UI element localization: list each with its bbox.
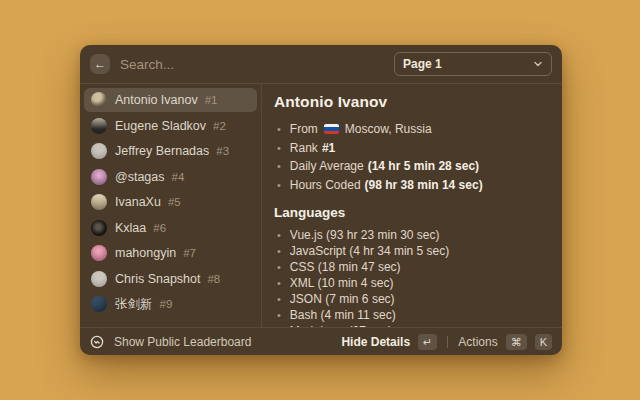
leaderboard-row[interactable]: Kxlaa #6 <box>84 216 257 240</box>
back-arrow-icon: ← <box>94 54 106 74</box>
stat-label: Hours Coded <box>290 178 361 192</box>
header: ← Page 1 <box>80 45 562 84</box>
user-rank: #8 <box>207 273 220 285</box>
stat-bold-value: (14 hr 5 min 28 sec) <box>368 159 479 173</box>
chevron-down-icon <box>533 59 543 69</box>
stat-label: Rank <box>290 141 318 155</box>
user-name: Eugene Sladkov <box>115 119 206 133</box>
stat-bold-value: #1 <box>322 141 335 155</box>
footer: Show Public Leaderboard Hide Details ↵ A… <box>80 327 562 355</box>
detail-panel: Antonio Ivanov From Moscow, Russia Rank … <box>262 84 562 327</box>
main-area: Antonio Ivanov #1 Eugene Sladkov #2 Jeff… <box>80 84 562 327</box>
user-name: @stagas <box>115 170 165 184</box>
avatar <box>91 143 107 159</box>
languages-list: Vue.js (93 hr 23 min 30 sec) JavaScript … <box>274 227 550 327</box>
user-name: Antonio Ivanov <box>115 93 198 107</box>
avatar <box>91 220 107 236</box>
user-rank: #9 <box>160 298 173 310</box>
language-item: Bash (4 min 11 sec) <box>274 307 550 323</box>
user-rank: #3 <box>216 145 229 157</box>
hide-details-button[interactable]: Hide Details <box>341 335 410 349</box>
app-window: ← Page 1 Antonio Ivanov #1 Eugene Sladko… <box>80 45 562 355</box>
language-item: CSS (18 min 47 sec) <box>274 259 550 275</box>
user-rank: #6 <box>153 222 166 234</box>
language-item: Vue.js (93 hr 23 min 30 sec) <box>274 227 550 243</box>
stat-item: Rank #1 <box>274 139 550 158</box>
language-text: XML (10 min 4 sec) <box>290 276 394 290</box>
leaderboard-row[interactable]: Chris Snapshot #8 <box>84 267 257 291</box>
avatar <box>91 296 107 312</box>
user-rank: #7 <box>183 247 196 259</box>
page-dropdown[interactable]: Page 1 <box>394 52 552 76</box>
stat-item: From Moscow, Russia <box>274 120 550 139</box>
language-text: CSS (18 min 47 sec) <box>290 260 401 274</box>
leaderboard-row[interactable]: mahongyin #7 <box>84 241 257 265</box>
language-text: Bash (4 min 11 sec) <box>290 308 396 322</box>
user-name: IvanaXu <box>115 195 161 209</box>
stat-bold-value: (98 hr 38 min 14 sec) <box>365 178 483 192</box>
leaderboard-row[interactable]: Antonio Ivanov #1 <box>84 88 257 112</box>
avatar <box>91 194 107 210</box>
languages-heading: Languages <box>274 205 550 220</box>
leaderboard-row[interactable]: Eugene Sladkov #2 <box>84 114 257 138</box>
page-dropdown-value: Page 1 <box>403 57 442 71</box>
avatar <box>91 169 107 185</box>
footer-divider <box>447 336 448 348</box>
stat-plain-value: Moscow, Russia <box>345 122 432 136</box>
avatar <box>91 92 107 108</box>
cmd-key-badge: ⌘ <box>506 334 527 350</box>
stat-item: Hours Coded (98 hr 38 min 14 sec) <box>274 176 550 195</box>
leaderboard-list: Antonio Ivanov #1 Eugene Sladkov #2 Jeff… <box>80 84 262 327</box>
user-name: mahongyin <box>115 246 176 260</box>
stat-label: Daily Average <box>290 159 364 173</box>
language-text: JavaScript (4 hr 34 min 5 sec) <box>290 244 449 258</box>
leaderboard-row[interactable]: Jeffrey Bernadas #3 <box>84 139 257 163</box>
user-name: 张剑新 <box>115 296 153 313</box>
stats-list: From Moscow, Russia Rank #1 Daily Averag… <box>274 120 550 194</box>
user-name: Jeffrey Bernadas <box>115 144 209 158</box>
user-rank: #4 <box>172 171 185 183</box>
wakatime-clock-icon <box>90 335 104 349</box>
language-text: Vue.js (93 hr 23 min 30 sec) <box>290 228 440 242</box>
avatar <box>91 271 107 287</box>
language-item: JSON (7 min 6 sec) <box>274 291 550 307</box>
actions-button[interactable]: Actions <box>458 335 497 349</box>
avatar <box>91 118 107 134</box>
search-input[interactable] <box>120 57 384 72</box>
stat-item: Daily Average (14 hr 5 min 28 sec) <box>274 157 550 176</box>
footer-app-label: Show Public Leaderboard <box>114 335 251 349</box>
user-name: Kxlaa <box>115 221 146 235</box>
user-rank: #5 <box>168 196 181 208</box>
detail-title: Antonio Ivanov <box>274 93 550 111</box>
stat-label: From <box>290 122 318 136</box>
language-text: JSON (7 min 6 sec) <box>290 292 395 306</box>
language-item: XML (10 min 4 sec) <box>274 275 550 291</box>
enter-key-badge: ↵ <box>418 334 437 350</box>
k-key-badge: K <box>535 334 552 350</box>
russia-flag-icon <box>324 124 339 134</box>
leaderboard-row[interactable]: 张剑新 #9 <box>84 292 257 316</box>
leaderboard-row[interactable]: IvanaXu #5 <box>84 190 257 214</box>
leaderboard-row[interactable]: @stagas #4 <box>84 165 257 189</box>
language-item: JavaScript (4 hr 34 min 5 sec) <box>274 243 550 259</box>
user-rank: #2 <box>213 120 226 132</box>
user-name: Chris Snapshot <box>115 272 200 286</box>
user-rank: #1 <box>205 94 218 106</box>
back-button[interactable]: ← <box>90 54 110 74</box>
avatar <box>91 245 107 261</box>
